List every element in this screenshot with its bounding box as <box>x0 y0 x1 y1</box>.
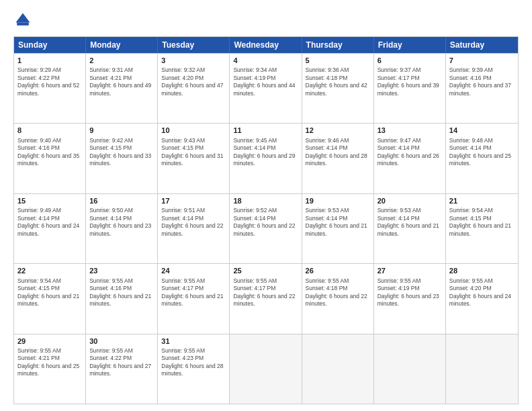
day-number: 7 <box>449 56 515 66</box>
day-number: 29 <box>17 336 82 347</box>
day-info: Sunrise: 9:55 AM Sunset: 4:18 PM Dayligh… <box>306 277 370 308</box>
week-row-2: 8Sunrise: 9:40 AM Sunset: 4:16 PM Daylig… <box>14 123 518 193</box>
cal-cell: 23Sunrise: 9:55 AM Sunset: 4:16 PM Dayli… <box>86 264 158 333</box>
day-info: Sunrise: 9:46 AM Sunset: 4:14 PM Dayligh… <box>306 137 370 168</box>
cal-cell: 5Sunrise: 9:36 AM Sunset: 4:18 PM Daylig… <box>302 54 374 123</box>
header-day-thursday: Thursday <box>302 37 374 53</box>
day-number: 3 <box>161 56 226 66</box>
cal-cell: 9Sunrise: 9:42 AM Sunset: 4:15 PM Daylig… <box>86 124 158 193</box>
day-number: 20 <box>378 196 442 206</box>
cal-cell: 26Sunrise: 9:55 AM Sunset: 4:18 PM Dayli… <box>302 264 374 333</box>
day-info: Sunrise: 9:55 AM Sunset: 4:17 PM Dayligh… <box>233 277 298 308</box>
cal-cell: 19Sunrise: 9:53 AM Sunset: 4:14 PM Dayli… <box>302 194 374 263</box>
header-day-sunday: Sunday <box>14 37 86 53</box>
day-number: 27 <box>378 266 442 276</box>
cal-cell: 29Sunrise: 9:55 AM Sunset: 4:21 PM Dayli… <box>14 334 86 404</box>
day-number: 30 <box>89 336 154 347</box>
day-number: 1 <box>17 56 82 66</box>
cal-cell: 15Sunrise: 9:49 AM Sunset: 4:14 PM Dayli… <box>14 194 86 263</box>
day-info: Sunrise: 9:53 AM Sunset: 4:14 PM Dayligh… <box>378 207 442 238</box>
day-number: 4 <box>233 56 298 66</box>
day-number: 26 <box>306 266 370 276</box>
logo-icon <box>13 11 32 30</box>
day-number: 25 <box>233 266 298 276</box>
day-info: Sunrise: 9:55 AM Sunset: 4:22 PM Dayligh… <box>89 347 154 378</box>
day-info: Sunrise: 9:55 AM Sunset: 4:17 PM Dayligh… <box>161 277 226 308</box>
cal-cell: 7Sunrise: 9:39 AM Sunset: 4:16 PM Daylig… <box>446 54 518 123</box>
cal-cell: 2Sunrise: 9:31 AM Sunset: 4:21 PM Daylig… <box>86 54 158 123</box>
day-info: Sunrise: 9:55 AM Sunset: 4:16 PM Dayligh… <box>89 277 154 308</box>
cal-cell: 10Sunrise: 9:43 AM Sunset: 4:15 PM Dayli… <box>158 124 230 193</box>
day-info: Sunrise: 9:48 AM Sunset: 4:14 PM Dayligh… <box>449 137 515 168</box>
day-info: Sunrise: 9:36 AM Sunset: 4:18 PM Dayligh… <box>306 66 370 97</box>
cal-cell: 21Sunrise: 9:54 AM Sunset: 4:15 PM Dayli… <box>446 194 518 263</box>
day-info: Sunrise: 9:51 AM Sunset: 4:14 PM Dayligh… <box>161 207 226 238</box>
calendar-header: SundayMondayTuesdayWednesdayThursdayFrid… <box>14 37 518 53</box>
day-info: Sunrise: 9:37 AM Sunset: 4:17 PM Dayligh… <box>378 66 442 97</box>
day-info: Sunrise: 9:55 AM Sunset: 4:23 PM Dayligh… <box>161 347 226 378</box>
day-info: Sunrise: 9:49 AM Sunset: 4:14 PM Dayligh… <box>17 207 82 238</box>
day-number: 22 <box>17 266 82 276</box>
day-info: Sunrise: 9:55 AM Sunset: 4:19 PM Dayligh… <box>378 277 442 308</box>
cal-cell: 11Sunrise: 9:45 AM Sunset: 4:14 PM Dayli… <box>230 124 302 193</box>
cal-cell: 14Sunrise: 9:48 AM Sunset: 4:14 PM Dayli… <box>446 124 518 193</box>
day-number: 18 <box>233 196 298 206</box>
day-info: Sunrise: 9:45 AM Sunset: 4:14 PM Dayligh… <box>233 137 298 168</box>
cal-cell: 6Sunrise: 9:37 AM Sunset: 4:17 PM Daylig… <box>374 54 446 123</box>
day-number: 23 <box>89 266 154 276</box>
svg-marker-0 <box>16 13 30 23</box>
day-number: 10 <box>161 126 226 136</box>
day-number: 21 <box>449 196 515 206</box>
week-row-5: 29Sunrise: 9:55 AM Sunset: 4:21 PM Dayli… <box>14 334 518 404</box>
cal-cell: 28Sunrise: 9:55 AM Sunset: 4:20 PM Dayli… <box>446 264 518 333</box>
day-number: 15 <box>17 196 82 206</box>
day-info: Sunrise: 9:52 AM Sunset: 4:14 PM Dayligh… <box>233 207 298 238</box>
day-number: 9 <box>89 126 154 136</box>
cal-cell: 8Sunrise: 9:40 AM Sunset: 4:16 PM Daylig… <box>14 124 86 193</box>
day-info: Sunrise: 9:29 AM Sunset: 4:22 PM Dayligh… <box>17 66 82 97</box>
day-number: 5 <box>306 56 370 66</box>
day-number: 12 <box>306 126 370 136</box>
header-day-friday: Friday <box>374 37 446 53</box>
day-info: Sunrise: 9:47 AM Sunset: 4:14 PM Dayligh… <box>378 137 442 168</box>
day-info: Sunrise: 9:54 AM Sunset: 4:15 PM Dayligh… <box>17 277 82 308</box>
cal-cell <box>446 334 518 404</box>
day-info: Sunrise: 9:55 AM Sunset: 4:20 PM Dayligh… <box>449 277 515 308</box>
day-number: 19 <box>306 196 370 206</box>
header-day-wednesday: Wednesday <box>230 37 302 53</box>
page: SundayMondayTuesdayWednesdayThursdayFrid… <box>0 0 532 411</box>
svg-rect-1 <box>17 23 29 26</box>
cal-cell: 13Sunrise: 9:47 AM Sunset: 4:14 PM Dayli… <box>374 124 446 193</box>
week-row-1: 1Sunrise: 9:29 AM Sunset: 4:22 PM Daylig… <box>14 53 518 123</box>
cal-cell: 30Sunrise: 9:55 AM Sunset: 4:22 PM Dayli… <box>86 334 158 404</box>
day-info: Sunrise: 9:31 AM Sunset: 4:21 PM Dayligh… <box>89 66 154 97</box>
cal-cell: 22Sunrise: 9:54 AM Sunset: 4:15 PM Dayli… <box>14 264 86 333</box>
day-info: Sunrise: 9:34 AM Sunset: 4:19 PM Dayligh… <box>233 66 298 97</box>
logo <box>13 11 35 30</box>
cal-cell: 20Sunrise: 9:53 AM Sunset: 4:14 PM Dayli… <box>374 194 446 263</box>
cal-cell <box>374 334 446 404</box>
day-number: 16 <box>89 196 154 206</box>
day-info: Sunrise: 9:39 AM Sunset: 4:16 PM Dayligh… <box>449 66 515 97</box>
week-row-4: 22Sunrise: 9:54 AM Sunset: 4:15 PM Dayli… <box>14 263 518 333</box>
day-info: Sunrise: 9:55 AM Sunset: 4:21 PM Dayligh… <box>17 347 82 378</box>
cal-cell: 27Sunrise: 9:55 AM Sunset: 4:19 PM Dayli… <box>374 264 446 333</box>
week-row-3: 15Sunrise: 9:49 AM Sunset: 4:14 PM Dayli… <box>14 193 518 263</box>
day-info: Sunrise: 9:32 AM Sunset: 4:20 PM Dayligh… <box>161 66 226 97</box>
cal-cell: 12Sunrise: 9:46 AM Sunset: 4:14 PM Dayli… <box>302 124 374 193</box>
cal-cell <box>302 334 374 404</box>
calendar-body: 1Sunrise: 9:29 AM Sunset: 4:22 PM Daylig… <box>14 53 518 404</box>
day-number: 31 <box>161 336 226 347</box>
day-number: 14 <box>449 126 515 136</box>
cal-cell: 1Sunrise: 9:29 AM Sunset: 4:22 PM Daylig… <box>14 54 86 123</box>
day-info: Sunrise: 9:54 AM Sunset: 4:15 PM Dayligh… <box>449 207 515 238</box>
day-number: 17 <box>161 196 226 206</box>
cal-cell: 3Sunrise: 9:32 AM Sunset: 4:20 PM Daylig… <box>158 54 230 123</box>
day-info: Sunrise: 9:42 AM Sunset: 4:15 PM Dayligh… <box>89 137 154 168</box>
day-info: Sunrise: 9:53 AM Sunset: 4:14 PM Dayligh… <box>306 207 370 238</box>
day-info: Sunrise: 9:50 AM Sunset: 4:14 PM Dayligh… <box>89 207 154 238</box>
day-number: 11 <box>233 126 298 136</box>
calendar: SundayMondayTuesdayWednesdayThursdayFrid… <box>13 36 519 404</box>
day-number: 8 <box>17 126 82 136</box>
cal-cell <box>230 334 302 404</box>
